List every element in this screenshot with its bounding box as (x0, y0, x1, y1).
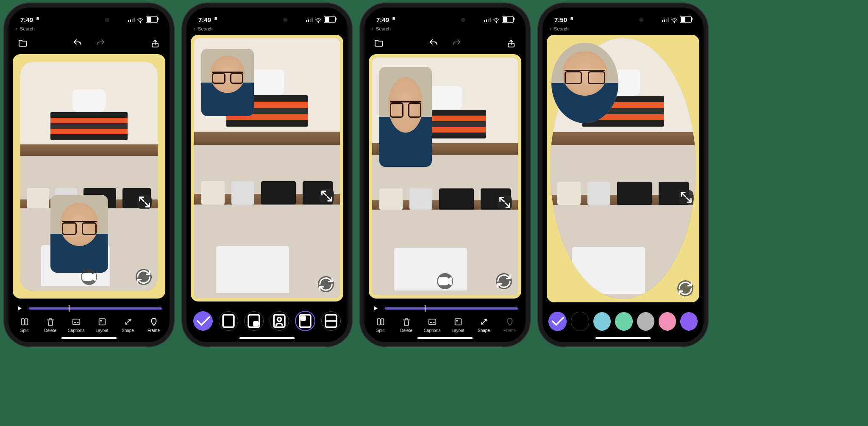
wifi-icon (315, 17, 322, 22)
tool-delete[interactable]: Delete (394, 317, 419, 333)
captions-icon (72, 317, 81, 326)
shape-icon (123, 317, 133, 326)
play-button[interactable] (372, 305, 379, 312)
layout-pip-br-option[interactable] (244, 311, 264, 331)
phone-mockup: 7:49 Search (4, 3, 174, 346)
switch-camera-button[interactable] (136, 269, 152, 285)
phone-screen: 7:49 Search (186, 8, 348, 342)
phone-screen: 7:49 Search (364, 8, 526, 342)
wifi-icon (671, 17, 678, 22)
canvas-area (369, 54, 521, 299)
layout-icon (453, 317, 463, 326)
tool-shape[interactable]: Shape (115, 317, 140, 333)
timeline-track[interactable] (29, 307, 162, 310)
color-swatch[interactable] (571, 312, 589, 331)
wifi-icon (493, 17, 500, 22)
timeline-track[interactable] (385, 307, 518, 310)
undo-button[interactable] (72, 38, 83, 48)
battery-icon (502, 16, 514, 23)
video-frame (369, 54, 521, 299)
redo-button[interactable] (451, 38, 462, 48)
presenter-face (379, 67, 432, 167)
color-swatch[interactable] (637, 312, 654, 331)
tool-frame[interactable]: Frame (497, 317, 522, 333)
share-button[interactable] (150, 38, 160, 48)
editor-top-toolbar (364, 36, 526, 51)
record-button[interactable] (81, 269, 97, 285)
tool-label: Delete (400, 328, 412, 333)
video-frame (547, 35, 699, 302)
color-swatch[interactable] (680, 312, 698, 331)
tool-label: Split (20, 328, 28, 333)
cellular-icon (128, 17, 135, 22)
tool-shape[interactable]: Shape (471, 317, 496, 333)
split-icon (376, 317, 385, 326)
expand-button[interactable] (320, 189, 334, 203)
layout-portrait-option[interactable] (270, 311, 289, 331)
layout-pip-tl-option[interactable] (295, 311, 315, 331)
tool-label: Shape (122, 328, 134, 333)
color-swatch[interactable] (615, 312, 632, 331)
tool-layout[interactable]: Layout (445, 317, 470, 333)
home-indicator[interactable] (239, 337, 295, 339)
phone-screen: 7:49 Search (8, 8, 170, 342)
tool-layout[interactable]: Layout (89, 317, 114, 333)
projects-button[interactable] (374, 38, 384, 48)
switch-camera-button[interactable] (318, 276, 334, 292)
svg-rect-15 (301, 316, 305, 320)
pip-presenter[interactable] (50, 195, 108, 273)
tool-label: Frame (147, 328, 160, 333)
switch-camera-button[interactable] (677, 280, 693, 296)
presenter-face (551, 43, 618, 123)
tool-frame[interactable]: Frame (141, 317, 166, 333)
status-time: 7:49 (376, 16, 389, 23)
tool-label: Captions (424, 328, 440, 333)
pip-presenter[interactable] (201, 49, 254, 116)
phone-screen: 7:50 Search (542, 8, 704, 342)
cellular-icon (484, 17, 491, 22)
svg-rect-3 (21, 319, 24, 325)
home-indicator[interactable] (595, 337, 651, 339)
color-swatch[interactable] (659, 312, 676, 331)
confirm-button[interactable] (193, 311, 213, 331)
battery-icon (146, 16, 158, 23)
video-content[interactable] (194, 38, 340, 298)
svg-rect-9 (223, 315, 234, 327)
play-button[interactable] (16, 305, 23, 312)
home-indicator[interactable] (61, 337, 117, 339)
video-content[interactable] (20, 62, 158, 291)
canvas-area (547, 35, 699, 302)
switch-camera-button[interactable] (496, 273, 512, 289)
svg-rect-5 (72, 319, 80, 325)
home-indicator[interactable] (417, 337, 473, 339)
tool-split[interactable]: Split (368, 317, 393, 333)
bookmark-icon (570, 17, 574, 22)
expand-button[interactable] (679, 190, 693, 205)
pip-presenter[interactable] (379, 67, 432, 167)
expand-button[interactable] (498, 195, 512, 210)
expand-button[interactable] (137, 195, 152, 209)
projects-button[interactable] (18, 38, 28, 48)
layout-picker-toolbar (186, 305, 348, 342)
confirm-button[interactable] (548, 312, 567, 331)
frame-icon (149, 317, 159, 326)
share-button[interactable] (506, 38, 516, 48)
layout-split-option[interactable] (321, 311, 341, 331)
record-button[interactable] (437, 273, 453, 289)
color-swatch[interactable] (593, 312, 611, 331)
tool-delete[interactable]: Delete (38, 317, 63, 333)
canvas-area (13, 54, 165, 299)
redo-button[interactable] (95, 38, 106, 48)
pip-presenter[interactable] (551, 43, 618, 123)
dynamic-island (242, 14, 292, 26)
video-content[interactable] (372, 58, 518, 295)
undo-button[interactable] (428, 38, 439, 48)
layout-full-option[interactable] (219, 311, 238, 331)
svg-point-26 (674, 22, 674, 22)
tool-captions[interactable]: Captions (64, 317, 89, 333)
frame-icon (505, 317, 515, 326)
tool-label: Captions (68, 328, 84, 333)
dynamic-island (64, 14, 114, 26)
tool-captions[interactable]: Captions (420, 317, 445, 333)
tool-split[interactable]: Split (12, 317, 37, 333)
